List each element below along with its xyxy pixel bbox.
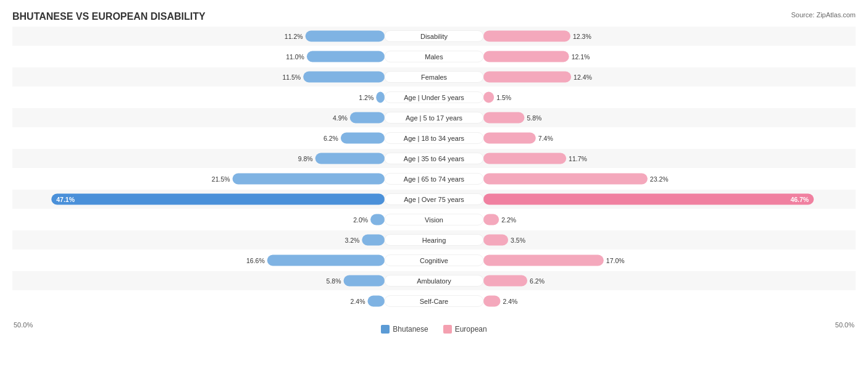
svg-text:Hearing: Hearing <box>422 237 446 244</box>
svg-text:11.7%: 11.7% <box>569 155 587 162</box>
svg-text:6.2%: 6.2% <box>323 135 338 142</box>
svg-rect-8 <box>307 51 385 62</box>
svg-text:2.0%: 2.0% <box>353 216 368 224</box>
svg-rect-23 <box>483 92 494 103</box>
svg-text:Disability: Disability <box>420 33 448 40</box>
svg-rect-57 <box>51 194 385 205</box>
svg-text:4.9%: 4.9% <box>333 114 348 122</box>
svg-text:6.2%: 6.2% <box>530 277 545 285</box>
svg-rect-22 <box>376 92 385 103</box>
svg-text:17.0%: 17.0% <box>606 257 625 264</box>
svg-text:1.5%: 1.5% <box>496 94 511 101</box>
svg-text:46.7%: 46.7% <box>790 196 809 203</box>
svg-text:23.2%: 23.2% <box>650 175 669 183</box>
svg-rect-72 <box>483 235 508 246</box>
svg-rect-79 <box>483 255 604 266</box>
svg-text:5.8%: 5.8% <box>527 114 541 122</box>
svg-text:Age | 65 to 74 years: Age | 65 to 74 years <box>404 175 465 183</box>
svg-rect-93 <box>483 296 501 307</box>
svg-text:12.4%: 12.4% <box>574 74 592 81</box>
svg-rect-43 <box>315 153 385 164</box>
svg-text:1.2%: 1.2% <box>359 94 373 101</box>
svg-text:7.4%: 7.4% <box>538 135 553 142</box>
svg-rect-64 <box>370 214 385 225</box>
svg-text:12.3%: 12.3% <box>573 33 591 40</box>
svg-text:12.1%: 12.1% <box>572 53 590 61</box>
svg-rect-2 <box>483 31 570 42</box>
svg-text:5.8%: 5.8% <box>327 277 341 285</box>
source-label: Source: ZipAtlas.com <box>791 11 856 19</box>
svg-rect-36 <box>341 133 385 144</box>
svg-rect-37 <box>483 133 536 144</box>
svg-rect-30 <box>483 112 524 124</box>
svg-rect-50 <box>233 174 385 185</box>
svg-text:Age | 5 to 17 years: Age | 5 to 17 years <box>406 114 463 122</box>
svg-text:9.8%: 9.8% <box>298 155 313 162</box>
svg-text:Age | 18 to 34 years: Age | 18 to 34 years <box>404 135 465 142</box>
svg-rect-86 <box>483 275 527 287</box>
legend-european-color <box>443 325 452 334</box>
svg-text:47.1%: 47.1% <box>56 196 75 203</box>
legend-bhutanese-color <box>381 325 390 334</box>
legend-bhutanese-label: Bhutanese <box>393 325 428 334</box>
svg-text:Females: Females <box>421 74 448 81</box>
svg-rect-65 <box>483 214 499 225</box>
svg-text:21.5%: 21.5% <box>212 175 230 183</box>
svg-text:2.4%: 2.4% <box>503 298 518 305</box>
legend-european: European <box>443 325 487 334</box>
chart-container: BHUTANESE VS EUROPEAN DISABILITY Source:… <box>0 0 868 378</box>
svg-text:11.0%: 11.0% <box>286 53 304 61</box>
svg-text:2.4%: 2.4% <box>351 298 365 305</box>
svg-text:11.5%: 11.5% <box>282 74 301 81</box>
svg-rect-1 <box>306 31 385 42</box>
axis-labels: 50.0% Bhutanese European 50.0% <box>12 321 856 334</box>
svg-text:Cognitive: Cognitive <box>420 257 448 264</box>
chart-svg: Disability11.2%12.3%Males11.0%12.1%Femal… <box>12 26 856 317</box>
svg-rect-71 <box>362 235 385 246</box>
svg-text:Vision: Vision <box>425 216 443 224</box>
svg-rect-16 <box>483 72 571 83</box>
chart-title: BHUTANESE VS EUROPEAN DISABILITY <box>12 11 856 22</box>
svg-text:3.5%: 3.5% <box>511 237 525 244</box>
legend-european-label: European <box>455 325 487 334</box>
svg-text:Age | Over 75 years: Age | Over 75 years <box>404 196 464 203</box>
svg-text:Age | Under 5 years: Age | Under 5 years <box>404 94 464 101</box>
svg-rect-58 <box>483 194 814 205</box>
svg-text:11.2%: 11.2% <box>285 33 303 40</box>
svg-rect-92 <box>367 296 385 307</box>
svg-text:Ambulatory: Ambulatory <box>417 277 451 285</box>
axis-left-label: 50.0% <box>14 321 33 334</box>
svg-rect-51 <box>483 174 648 185</box>
svg-text:Age | 35 to 64 years: Age | 35 to 64 years <box>404 155 465 162</box>
svg-rect-15 <box>303 72 385 83</box>
chart-legend: Bhutanese European <box>381 325 486 334</box>
svg-rect-9 <box>483 51 569 62</box>
svg-rect-44 <box>483 153 566 164</box>
legend-bhutanese: Bhutanese <box>381 325 428 334</box>
svg-text:Males: Males <box>425 53 443 61</box>
svg-text:16.6%: 16.6% <box>246 257 265 264</box>
svg-text:2.2%: 2.2% <box>501 216 516 224</box>
svg-rect-78 <box>267 255 385 266</box>
chart-svg-area: Disability11.2%12.3%Males11.0%12.1%Femal… <box>12 26 856 320</box>
svg-text:3.2%: 3.2% <box>344 237 359 244</box>
svg-text:Self-Care: Self-Care <box>420 298 448 305</box>
axis-right-label: 50.0% <box>835 321 854 334</box>
svg-rect-85 <box>344 275 385 287</box>
svg-rect-29 <box>350 112 385 124</box>
